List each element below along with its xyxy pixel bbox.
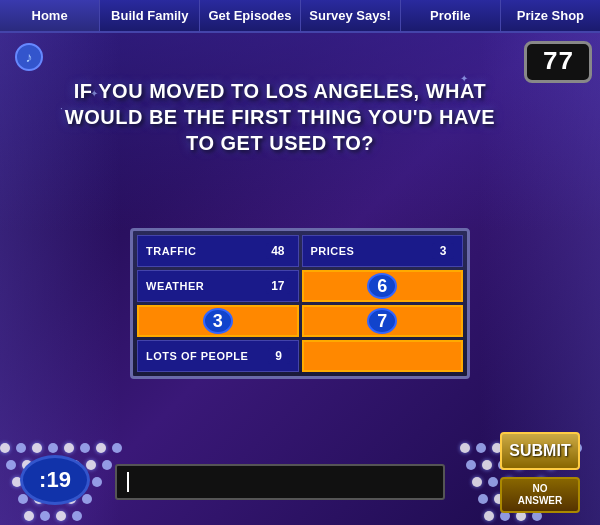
answer-prices: PRICES 3 [302,235,464,267]
question-text: IF YOU MOVED TO LOS ANGELES, WHAT WOULD … [50,78,510,156]
nav-build-family[interactable]: Build Family [100,0,200,31]
answer-input[interactable] [115,464,445,500]
nav-get-episodes[interactable]: Get Episodes [200,0,300,31]
nav-home[interactable]: Home [0,0,100,31]
answers-board: TRAFFIC 48 PRICES 3 WEATHER 17 6 3 [130,228,470,379]
game-area: ✦ ✦ · ♪ 77 IF YOU MOVED TO LOS ANGELES, … [0,33,600,525]
answer-weather: WEATHER 17 [137,270,299,302]
answer-lots-value: 9 [268,348,290,364]
top-timer: 77 [524,41,592,83]
answer-traffic-value: 48 [266,243,289,259]
answer-traffic: TRAFFIC 48 [137,235,299,267]
nav-profile[interactable]: Profile [401,0,501,31]
answer-7-oval: 7 [367,308,397,334]
answer-7: 7 [302,305,464,337]
answer-3-oval: 3 [203,308,233,334]
answer-weather-label: WEATHER [146,280,204,292]
nav-survey-says[interactable]: Survey Says! [301,0,401,31]
navigation-bar: Home Build Family Get Episodes Survey Sa… [0,0,600,33]
answer-3: 3 [137,305,299,337]
nav-prize-shop[interactable]: Prize Shop [501,0,600,31]
music-icon: ♪ [15,43,43,71]
answers-grid: TRAFFIC 48 PRICES 3 WEATHER 17 6 3 [137,235,463,372]
bottom-timer: :19 [20,455,90,505]
answer-6: 6 [302,270,464,302]
answer-weather-value: 17 [266,278,289,294]
answer-prices-value: 3 [432,243,454,259]
answer-traffic-label: TRAFFIC [146,245,197,257]
no-answer-button[interactable]: NOANSWER [500,477,580,513]
answer-lots-label: LOTS OF PEOPLE [146,350,248,362]
submit-button[interactable]: SUBMIT [500,432,580,470]
answer-prices-label: PRICES [311,245,355,257]
answer-6-oval: 6 [367,273,397,299]
no-answer-label: NOANSWER [518,483,562,507]
answer-empty [302,340,464,372]
text-cursor [127,472,129,492]
answer-lots-of-people: LOTS OF PEOPLE 9 [137,340,299,372]
